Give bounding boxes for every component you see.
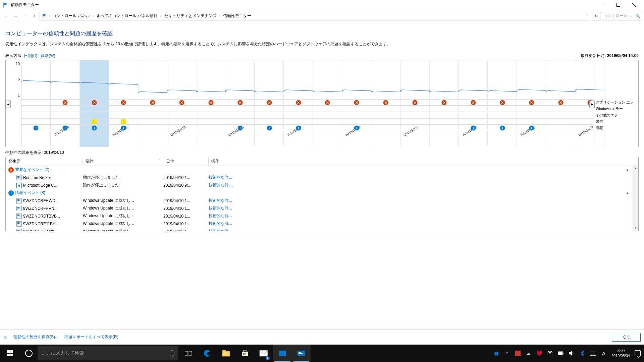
err-marker-icon[interactable]: ✕ (413, 100, 418, 105)
tray-app-icon[interactable] (515, 350, 521, 356)
maximize-button[interactable] (610, 0, 626, 10)
table-row[interactable]: 9WZDNCRFHVN...Windows Update に成功し...2019… (6, 204, 638, 212)
details-link[interactable]: 技術的な詳... (209, 175, 232, 180)
err-marker-icon[interactable]: ✕ (471, 100, 476, 105)
view-daily-link[interactable]: 日別(D) (24, 53, 38, 58)
err-marker-icon[interactable]: ✕ (63, 100, 68, 105)
details-link[interactable]: 技術的な詳... (209, 198, 232, 203)
details-link[interactable]: 技術的な詳... (209, 229, 232, 231)
store-icon[interactable] (235, 345, 254, 362)
mail-icon[interactable]: 9 (254, 345, 273, 362)
err-marker-icon[interactable]: ✕ (500, 100, 505, 105)
scroll-down-icon[interactable]: ▾ (633, 225, 638, 231)
chevron-down-icon[interactable]: ˅ (586, 14, 588, 18)
err-marker-icon[interactable]: ✕ (92, 100, 97, 105)
ime-icon[interactable]: A (601, 350, 607, 356)
power-icon[interactable] (558, 350, 564, 356)
err-marker-icon[interactable]: ✕ (296, 100, 301, 105)
info-marker-icon[interactable]: i (237, 125, 243, 130)
table-row[interactable]: 9WZDNCRFHWD...Windows Update に成功し...2019… (6, 197, 638, 204)
info-marker-icon[interactable]: i (471, 125, 476, 130)
info-marker-icon[interactable]: i (34, 125, 39, 130)
col-action[interactable]: 操作 (209, 157, 638, 166)
people-icon[interactable]: 👥 (493, 350, 499, 356)
breadcrumb[interactable]: › コントロール パネル › すべてのコントロール パネル項目 › セキュリティ… (40, 12, 590, 20)
app-task-icon-2[interactable] (292, 345, 311, 362)
err-marker-icon[interactable]: ✕ (121, 100, 126, 105)
err-marker-icon[interactable]: ✕ (558, 100, 563, 105)
err-marker-icon[interactable]: ✕ (208, 100, 213, 105)
info-marker-icon[interactable]: i (296, 125, 301, 130)
details-scrollbar[interactable]: ▴ ▾ (633, 165, 638, 231)
taskbar-search[interactable]: ここに入力して検索 (38, 346, 178, 360)
view-all-reports-link[interactable]: 問題レポートをすべて表示(R) (64, 334, 118, 340)
save-history-link[interactable]: 信頼性の履歴を保存(S)... (13, 334, 58, 340)
bluetooth-icon[interactable] (579, 350, 585, 356)
err-marker-icon[interactable]: ✕ (267, 100, 272, 105)
group-critical[interactable]: ✕ 重要なイベント (2) ▴ (6, 166, 638, 174)
forward-button[interactable]: → (11, 12, 19, 20)
collapse-icon[interactable]: ▴ (627, 191, 628, 195)
scroll-up-icon[interactable]: ▴ (633, 165, 638, 171)
table-row[interactable]: Runtime Broker動作が停止しました2019/04/10 1...技術… (6, 174, 638, 181)
reliability-chart[interactable]: 10 5 1 2019/04/092019/04/112019/04/13201… (5, 60, 639, 147)
tray-overflow-icon[interactable]: ˄ (504, 350, 510, 356)
app-task-icon[interactable] (273, 345, 292, 362)
err-marker-icon[interactable]: ✕ (354, 100, 359, 105)
info-marker-icon[interactable]: i (500, 125, 505, 130)
col-source[interactable]: 発生元 (6, 157, 83, 166)
info-marker-icon[interactable]: i (354, 125, 359, 130)
collapse-icon[interactable]: ▴ (627, 168, 628, 172)
col-date[interactable]: 日付 (163, 157, 209, 166)
table-row[interactable]: eMicrosoft Edge C...動作が停止しました2019/04/10 … (6, 181, 638, 189)
info-marker-icon[interactable]: i (63, 125, 68, 130)
minimize-button[interactable] (595, 0, 610, 10)
crumb-all-items[interactable]: すべてのコントロール パネル項目 (95, 13, 159, 19)
info-marker-icon[interactable]: i (92, 125, 97, 130)
err-marker-icon[interactable]: ✕ (529, 100, 534, 105)
info-marker-icon[interactable]: i (529, 125, 534, 130)
err-marker-icon[interactable]: ✕ (325, 100, 330, 105)
touchkbd-icon[interactable] (590, 350, 596, 356)
volume-icon[interactable] (569, 350, 575, 356)
details-link[interactable]: 技術的な詳... (209, 205, 232, 211)
start-button[interactable] (0, 345, 20, 362)
err-marker-icon[interactable]: ✕ (237, 100, 243, 105)
close-button[interactable] (626, 0, 641, 10)
mcafee-icon[interactable] (536, 350, 542, 356)
clock[interactable]: 15:372019/05/04 (611, 349, 630, 358)
crumb-control-panel[interactable]: コントロール パネル (51, 13, 91, 19)
table-row[interactable]: 9WZDNCRFJ1BH...Windows Update に成功し...201… (6, 220, 638, 228)
warn-marker-icon[interactable] (92, 119, 97, 124)
details-link[interactable]: 技術的な詳... (209, 182, 232, 188)
onedrive-icon[interactable]: ☁ (526, 350, 532, 356)
col-summary[interactable]: 要約 ˄ (83, 157, 163, 166)
err-marker-icon[interactable]: ✕ (179, 100, 184, 105)
search-input[interactable]: コントロール ... 🔍 (602, 12, 642, 20)
info-marker-icon[interactable]: i (121, 125, 126, 130)
edge-icon[interactable] (198, 345, 217, 362)
details-link[interactable]: 技術的な詳... (209, 213, 232, 219)
details-link[interactable]: 技術的な詳... (209, 221, 232, 227)
cortana-button[interactable] (20, 345, 38, 362)
wifi-icon[interactable] (547, 350, 553, 356)
crumb-security[interactable]: セキュリティとメンテナンス (163, 13, 218, 19)
table-row[interactable]: 9WZDNCRDTBVB...Windows Update に成功し...201… (6, 212, 638, 220)
recent-dropdown[interactable]: ˅ (21, 12, 29, 20)
up-button[interactable]: ↑ (30, 12, 38, 20)
err-marker-icon[interactable]: ✕ (150, 100, 155, 105)
back-button[interactable]: ← (2, 12, 10, 20)
scroll-right-button[interactable]: ▶ (589, 101, 595, 108)
scroll-left-button[interactable]: ◀ (5, 101, 11, 108)
ok-button[interactable]: OK (612, 333, 641, 342)
task-view-button[interactable] (179, 345, 198, 362)
mic-icon[interactable] (170, 350, 174, 356)
group-info[interactable]: i 情報イベント (8) ▴ (6, 189, 638, 197)
err-marker-icon[interactable]: ✕ (383, 100, 388, 105)
notification-icon[interactable] (635, 350, 641, 356)
explorer-icon[interactable] (217, 345, 235, 362)
table-row[interactable]: 9NBLGGH5FV99Windows Update に成功し2019/04/1… (6, 228, 638, 231)
refresh-button[interactable]: ↻ (592, 12, 600, 20)
info-marker-icon[interactable]: i (267, 125, 272, 130)
err-marker-icon[interactable]: ✕ (442, 100, 447, 105)
